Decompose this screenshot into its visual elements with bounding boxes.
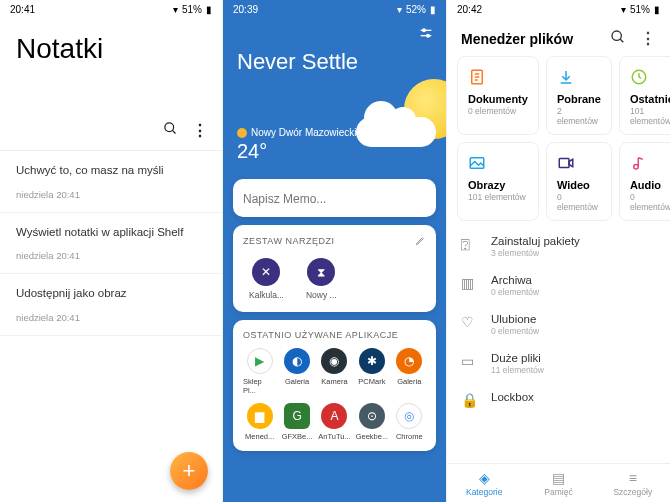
app-item[interactable]: ▆ Mened... xyxy=(243,403,276,441)
toolkit-items: ✕ Kalkula... ⧗ Nowy ... xyxy=(243,254,426,302)
toolkit-header: ZESTAW NARZĘDZI xyxy=(243,236,335,246)
svg-line-7 xyxy=(620,39,623,42)
toolkit-item[interactable]: ⧗ Nowy ... xyxy=(306,258,337,300)
category-count: 101 elementów xyxy=(468,192,528,202)
category-label: Pobrane xyxy=(557,93,601,105)
app-item[interactable]: G GFXBe... xyxy=(280,403,313,441)
file-manager-header: Menedżer plików ⋮ xyxy=(447,19,670,56)
toolkit-label: Kalkula... xyxy=(249,290,284,300)
category-audio[interactable]: Audio 0 elementów xyxy=(619,142,670,221)
android-icon: ⍰ xyxy=(461,236,479,252)
svg-line-1 xyxy=(172,130,175,133)
list-item[interactable]: 🔒 Lockbox xyxy=(461,383,656,416)
app-item[interactable]: ⊙ Geekbe... xyxy=(355,403,388,441)
tab-pamięć[interactable]: ▤ Pamięć xyxy=(521,464,595,502)
tab-label: Pamięć xyxy=(544,487,572,497)
category-doc[interactable]: Dokumenty 0 elementów xyxy=(457,56,539,135)
tab-kategorie[interactable]: ◈ Kategorie xyxy=(447,464,521,502)
list-item[interactable]: ▥ Archiwa 0 elementów xyxy=(461,266,656,305)
recent-apps-card: OSTATNIO UŻYWANE APLIKACJE ▶ Sklep Pl...… xyxy=(233,320,436,451)
launcher-header: Never Settle Nowy Dwór Mazowiecki Słonec… xyxy=(223,19,446,171)
list-label: Archiwa xyxy=(491,274,539,286)
list-label: Zainstaluj pakiety xyxy=(491,235,580,247)
app-item[interactable]: ◐ Galeria xyxy=(280,348,313,395)
edit-icon[interactable] xyxy=(415,235,426,246)
weather-location: Nowy Dwór Mazowiecki xyxy=(251,127,357,138)
toolkit-icon: ✕ xyxy=(252,258,280,286)
status-time: 20:42 xyxy=(457,4,482,15)
page-title: Notatki xyxy=(0,19,222,115)
category-clock[interactable]: Ostatnie 101 elementów xyxy=(619,56,670,135)
category-download[interactable]: Pobrane 2 elementów xyxy=(546,56,612,135)
status-time: 20:41 xyxy=(10,4,35,15)
search-icon[interactable] xyxy=(163,121,178,140)
add-note-button[interactable]: + xyxy=(170,452,208,490)
memo-input[interactable] xyxy=(243,192,426,206)
battery-text: 52% xyxy=(406,4,426,15)
svg-rect-16 xyxy=(559,159,569,168)
app-label: AnTuTu... xyxy=(318,432,350,441)
note-title: Uchwyć to, co masz na myśli xyxy=(16,163,206,179)
app-item[interactable]: ◎ Chrome xyxy=(393,403,426,441)
battery-text: 51% xyxy=(182,4,202,15)
wifi-icon: ▾ xyxy=(621,4,626,15)
battery-text: 51% xyxy=(630,4,650,15)
app-item[interactable]: ✱ PCMark xyxy=(355,348,388,395)
app-label: Galeria xyxy=(285,377,309,386)
toolkit-item[interactable]: ✕ Kalkula... xyxy=(249,258,284,300)
tab-label: Szczegóły xyxy=(613,487,652,497)
note-meta: niedziela 20:41 xyxy=(16,189,206,200)
category-count: 0 elementów xyxy=(557,192,601,212)
list-item[interactable]: ⍰ Zainstaluj pakiety 3 elementów xyxy=(461,227,656,266)
app-item[interactable]: ▶ Sklep Pl... xyxy=(243,348,276,395)
memo-card[interactable] xyxy=(233,179,436,217)
list-item[interactable]: ▭ Duże pliki 11 elementów xyxy=(461,344,656,383)
svg-point-4 xyxy=(423,29,426,32)
app-label: Kamera xyxy=(321,377,347,386)
list-label: Duże pliki xyxy=(491,352,544,364)
app-icon: G xyxy=(284,403,310,429)
file-manager: 20:42 ▾ 51% ▮ Menedżer plików ⋮ Dokument… xyxy=(447,0,670,502)
large-icon: ▭ xyxy=(461,353,479,369)
note-title: Wyświetl notatki w aplikacji Shelf xyxy=(16,225,206,241)
app-icon: ◔ xyxy=(396,348,422,374)
tab-szczegóły[interactable]: ≡ Szczegóły xyxy=(596,464,670,502)
app-label: Sklep Pl... xyxy=(243,377,276,395)
tab-icon: ▤ xyxy=(521,470,595,486)
page-title: Menedżer plików xyxy=(461,31,573,47)
list-item[interactable]: ♡ Ulubione 0 elementów xyxy=(461,305,656,344)
more-icon[interactable]: ⋮ xyxy=(640,29,656,48)
category-video[interactable]: Wideo 0 elementów xyxy=(546,142,612,221)
app-icon: ▶ xyxy=(247,348,273,374)
list-label: Ulubione xyxy=(491,313,539,325)
app-item[interactable]: A AnTuTu... xyxy=(318,403,351,441)
app-label: Geekbe... xyxy=(356,432,389,441)
status-bar: 20:39 ▾ 52% ▮ xyxy=(223,0,446,19)
app-item[interactable]: ◉ Kamera xyxy=(318,348,351,395)
category-image[interactable]: Obrazy 101 elementów xyxy=(457,142,539,221)
settings-icon[interactable] xyxy=(418,25,434,41)
status-time: 20:39 xyxy=(233,4,258,15)
note-item[interactable]: Udostępnij jako obraz niedziela 20:41 xyxy=(0,274,222,336)
tab-icon: ◈ xyxy=(447,470,521,486)
more-icon[interactable]: ⋮ xyxy=(192,121,208,140)
wifi-icon: ▾ xyxy=(397,4,402,15)
recent-header: OSTATNIO UŻYWANE APLIKACJE xyxy=(243,330,398,340)
note-item[interactable]: Wyświetl notatki w aplikacji Shelf niedz… xyxy=(0,213,222,275)
toolkit-icon: ⧗ xyxy=(307,258,335,286)
category-grid: Dokumenty 0 elementów Pobrane 2 elementó… xyxy=(447,56,670,221)
category-count: 0 elementów xyxy=(630,192,670,212)
app-label: Chrome xyxy=(396,432,423,441)
archive-icon: ▥ xyxy=(461,275,479,291)
status-right: ▾ 51% ▮ xyxy=(621,4,660,15)
category-count: 2 elementów xyxy=(557,106,601,126)
weather-warn-icon xyxy=(237,128,247,138)
app-item[interactable]: ◔ Galeria xyxy=(393,348,426,395)
download-icon xyxy=(557,67,601,87)
search-icon[interactable] xyxy=(610,29,626,48)
battery-icon: ▮ xyxy=(430,4,436,15)
heart-icon: ♡ xyxy=(461,314,479,330)
category-label: Wideo xyxy=(557,179,601,191)
status-right: ▾ 52% ▮ xyxy=(397,4,436,15)
note-item[interactable]: Uchwyć to, co masz na myśli niedziela 20… xyxy=(0,151,222,213)
